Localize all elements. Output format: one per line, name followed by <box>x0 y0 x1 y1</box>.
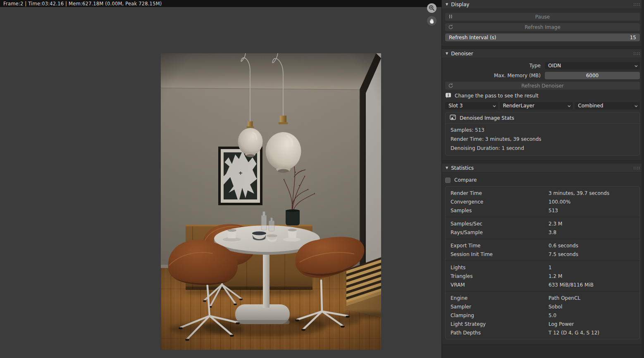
denoised-stat-line: Render Time: 3 minutes, 39 seconds <box>446 135 639 144</box>
panel-denoiser-header[interactable]: ▼ Denoiser <box>442 49 644 58</box>
image-icon <box>450 114 456 121</box>
refresh-icon <box>448 24 453 30</box>
denoised-stat-line: Samples: 513 <box>446 126 639 135</box>
stat-value: 3.8 <box>549 230 639 235</box>
type-label: Type <box>445 63 541 69</box>
info-icon <box>445 92 451 100</box>
table-row: Render Time3 minutes, 39.7 seconds <box>446 189 639 197</box>
collapse-arrow-icon: ▼ <box>446 166 448 170</box>
render-info-bar: Frame:2 | Time:03:42.16 | Mem:627.18M (0… <box>0 0 441 7</box>
stat-value: 5.0 <box>549 313 639 318</box>
chevron-down-icon <box>634 104 638 109</box>
stat-label: Clamping <box>451 313 549 318</box>
render-scene <box>161 53 381 350</box>
panel-title: Display <box>451 2 469 7</box>
stat-group: Lights1Triangles1.2 MVRAM633 MiB/8116 Mi… <box>446 261 639 291</box>
render-pass-select[interactable]: Combined <box>575 102 640 109</box>
denoised-stats-box: Denoised Image Stats Samples: 513Render … <box>445 112 640 156</box>
compare-label: Compare <box>454 177 477 183</box>
refresh-denoiser-button-label: Refresh Denoiser <box>521 83 564 89</box>
table-row: Convergence100.00% <box>446 197 639 206</box>
sidebar-panel: ▼ Display Pause <box>441 0 644 358</box>
stat-value: Sobol <box>549 304 639 310</box>
stat-label: Convergence <box>451 199 549 205</box>
collapse-arrow-icon: ▼ <box>446 3 448 6</box>
stat-label: Lights <box>451 265 549 270</box>
table-row: Clamping5.0 <box>446 311 639 320</box>
hand-icon <box>429 18 435 24</box>
chevron-down-icon <box>492 104 496 109</box>
stat-label: Render Time <box>451 190 549 196</box>
statistics-table: Render Time3 minutes, 39.7 secondsConver… <box>445 186 640 339</box>
drag-grip-icon[interactable] <box>633 166 640 170</box>
panel-statistics-header[interactable]: ▼ Statistics <box>442 164 644 173</box>
denoised-stat-line: Denoising Duration: 1 second <box>446 144 639 153</box>
pause-button-label: Pause <box>535 14 550 20</box>
denoiser-type-select[interactable]: OIDN <box>545 62 640 69</box>
blender-render-window: Frame:2 | Time:03:42.16 | Mem:627.18M (0… <box>0 0 644 358</box>
stat-group: Export Time0.6 secondsSession Init Time7… <box>446 239 639 261</box>
refresh-image-button[interactable]: Refresh Image <box>445 23 640 31</box>
refresh-image-button-label: Refresh Image <box>525 24 561 30</box>
stat-value: 0.6 seconds <box>549 243 639 249</box>
table-row: Samples513 <box>446 206 639 215</box>
stat-value: 2.3 M <box>549 221 639 227</box>
magnifier-plus-icon <box>429 5 435 11</box>
refresh-denoiser-button[interactable]: Refresh Denoiser <box>445 82 640 90</box>
stat-label: Path Depths <box>451 330 549 336</box>
refresh-interval-label: Refresh Interval (s) <box>449 35 496 40</box>
slot-select-value: Slot 3 <box>448 103 463 109</box>
stat-value: 3 minutes, 39.7 seconds <box>549 190 639 196</box>
stat-group: Samples/Sec2.3 MRays/Sample3.8 <box>446 217 639 239</box>
max-memory-field[interactable]: 6000 <box>545 72 640 79</box>
table-row: Rays/Sample3.8 <box>446 228 639 237</box>
render-layer-value: RenderLayer <box>503 103 534 109</box>
panel-denoiser: ▼ Denoiser Type OIDN <box>442 49 644 161</box>
collapse-arrow-icon: ▼ <box>446 52 448 55</box>
drag-grip-icon[interactable] <box>633 52 640 55</box>
denoiser-type-value: OIDN <box>548 63 561 69</box>
zoom-tool-button[interactable] <box>427 3 436 13</box>
table-row: Export Time0.6 seconds <box>446 241 639 250</box>
refresh-icon <box>448 83 453 88</box>
refresh-interval-value: 15 <box>630 35 636 40</box>
stat-label: Rays/Sample <box>451 230 549 235</box>
stat-label: Samples <box>451 208 549 213</box>
table-row: Lights1 <box>446 263 639 272</box>
table-row: Triangles1.2 M <box>446 272 639 280</box>
render-layer-select[interactable]: RenderLayer <box>500 102 573 109</box>
compare-checkbox[interactable] <box>445 178 451 183</box>
refresh-interval-slider[interactable]: Refresh Interval (s) 15 <box>445 33 640 41</box>
panel-title: Denoiser <box>451 51 473 57</box>
stat-value: 513 <box>549 208 639 213</box>
stat-value: Path OpenCL <box>549 295 639 301</box>
max-memory-value: 6000 <box>586 73 599 78</box>
stat-group: EnginePath OpenCLSamplerSobolClamping5.0… <box>446 291 639 339</box>
stat-value: T 12 (D 4, G 4, S 12) <box>549 330 639 336</box>
render-info-text: Frame:2 | Time:03:42.16 | Mem:627.18M (0… <box>3 1 162 7</box>
pan-tool-button[interactable] <box>427 16 436 26</box>
stat-label: Export Time <box>451 243 549 249</box>
stat-label: Engine <box>451 295 549 301</box>
table-row: Path DepthsT 12 (D 4, G 4, S 12) <box>446 328 639 337</box>
stat-value: 1.2 M <box>549 273 639 279</box>
pause-button[interactable]: Pause <box>445 13 640 21</box>
panel-statistics: ▼ Statistics Compare Render Time3 minute… <box>442 164 644 344</box>
stat-label: Session Init Time <box>451 251 549 257</box>
chevron-down-icon <box>634 64 638 69</box>
table-row: Samples/Sec2.3 M <box>446 219 639 228</box>
drag-grip-icon[interactable] <box>633 3 640 6</box>
panel-title: Statistics <box>451 165 474 171</box>
image-editor-viewport[interactable]: Frame:2 | Time:03:42.16 | Mem:627.18M (0… <box>0 0 441 358</box>
denoised-stats-lines: Samples: 513Render Time: 3 minutes, 39 s… <box>446 124 639 155</box>
rendered-image <box>161 53 381 350</box>
panel-display-header[interactable]: ▼ Display <box>442 0 644 9</box>
stat-label: Sampler <box>451 304 549 310</box>
table-row: EnginePath OpenCL <box>446 294 639 302</box>
stat-label: VRAM <box>451 282 549 288</box>
chevron-down-icon <box>567 104 571 109</box>
stat-value: 7.5 seconds <box>549 251 639 257</box>
stat-value: Log Power <box>549 321 639 327</box>
slot-select[interactable]: Slot 3 <box>445 102 498 109</box>
table-row: Session Init Time7.5 seconds <box>446 250 639 258</box>
